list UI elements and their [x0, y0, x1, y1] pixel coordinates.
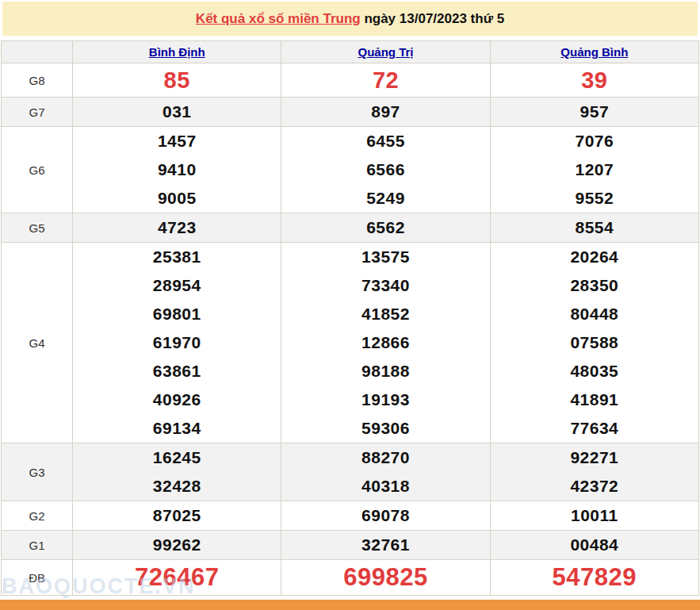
result-number: 6566: [281, 155, 489, 184]
result-cell: 85: [73, 63, 281, 98]
prize-label: G3: [2, 443, 73, 501]
result-number: 48035: [491, 357, 698, 386]
result-cell: 547829: [490, 560, 698, 596]
prize-label: G2: [2, 501, 73, 531]
result-number: 20264: [491, 243, 698, 271]
result-number: 897: [281, 98, 489, 126]
result-number: 69078: [281, 501, 489, 530]
result-number: 98188: [281, 357, 489, 386]
province-link-quang-binh[interactable]: Quảng Bình: [560, 45, 628, 59]
result-number: 12866: [281, 328, 489, 357]
result-number: 13575: [281, 243, 489, 271]
result-number: 4723: [73, 213, 281, 242]
page: { "title": { "link": "Kết quả xổ số miền…: [0, 0, 700, 610]
column-header-quang-tri: Quảng Trị: [281, 41, 490, 63]
result-number: 85: [73, 63, 281, 97]
prize-label: G1: [2, 531, 73, 560]
result-number: 41852: [281, 300, 489, 328]
province-link-binh-dinh[interactable]: Bình Định: [149, 45, 205, 59]
title-date-text: ngày 13/07/2023 thứ 5: [361, 11, 504, 26]
result-number: 9005: [73, 184, 281, 213]
result-number: 9552: [491, 184, 698, 213]
result-cell: 726467: [73, 560, 281, 596]
table-row: G8857239: [2, 63, 699, 98]
result-cell: 39: [490, 63, 698, 98]
result-cell: 13575733404185212866981881919359306: [281, 243, 490, 443]
result-cell: 8554: [490, 213, 698, 243]
prize-label: ĐB: [2, 560, 73, 596]
result-number: 5249: [281, 184, 489, 213]
result-cell: 707612079552: [490, 127, 698, 213]
province-link-quang-tri[interactable]: Quảng Trị: [358, 45, 414, 59]
bottom-orange-bar: [0, 600, 700, 610]
result-number: 28954: [73, 271, 281, 300]
table-row: G3162453242888270403189227142372: [2, 443, 699, 501]
table-row: G6145794109005645565665249707612079552: [2, 127, 699, 213]
results-table: Bình Định Quảng Trị Quảng Bình G8857239G…: [1, 40, 699, 596]
result-number: 73340: [281, 271, 489, 300]
result-number: 40926: [73, 386, 281, 414]
result-number: 1457: [73, 127, 281, 155]
result-cell: 25381289546980161970638614092669134: [73, 243, 281, 443]
result-cell: 6562: [281, 213, 490, 243]
column-header-binh-dinh: Bình Định: [73, 41, 281, 63]
results-tbody: G8857239G7031897957G61457941090056455656…: [2, 63, 699, 596]
result-cell: 957: [490, 98, 698, 127]
page-title: Kết quả xổ số miền Trung ngày 13/07/2023…: [196, 11, 504, 27]
prize-label: G7: [2, 98, 73, 127]
title-banner: Kết quả xổ số miền Trung ngày 13/07/2023…: [2, 2, 698, 36]
result-number: 59306: [281, 414, 489, 443]
title-link[interactable]: Kết quả xổ số miền Trung: [196, 11, 361, 26]
result-number: 19193: [281, 386, 489, 414]
result-number: 9410: [73, 155, 281, 184]
result-number: 957: [491, 98, 698, 126]
result-cell: 20264283508044807588480354189177634: [490, 243, 698, 443]
result-number: 32428: [73, 472, 281, 501]
column-header-quang-binh: Quảng Bình: [490, 41, 698, 63]
result-number: 7076: [491, 127, 698, 155]
result-number: 699825: [281, 560, 489, 595]
result-cell: 9227142372: [490, 443, 698, 501]
result-number: 1207: [491, 155, 698, 184]
result-cell: 031: [73, 98, 281, 127]
result-number: 547829: [491, 560, 698, 595]
table-header-row: Bình Định Quảng Trị Quảng Bình: [2, 41, 699, 63]
result-cell: 8827040318: [281, 443, 490, 501]
result-cell: 32761: [281, 531, 490, 560]
prize-label: G6: [2, 127, 73, 213]
result-number: 61970: [73, 328, 281, 357]
result-cell: 72: [281, 63, 490, 98]
table-row: G5472365628554: [2, 213, 699, 243]
result-number: 40318: [281, 472, 489, 501]
result-number: 80448: [491, 300, 698, 328]
result-number: 72: [281, 63, 489, 97]
prize-label: G4: [2, 243, 73, 443]
result-cell: 00484: [490, 531, 698, 560]
result-number: 6455: [281, 127, 489, 155]
result-number: 69134: [73, 414, 281, 443]
result-number: 00484: [491, 531, 698, 559]
result-cell: 99262: [73, 531, 281, 560]
table-row: G1992623276100484: [2, 531, 699, 560]
result-cell: 10011: [490, 501, 698, 531]
corner-cell: [2, 41, 73, 63]
result-cell: 69078: [281, 501, 490, 531]
result-number: 6562: [281, 213, 489, 242]
prize-label: G8: [2, 63, 73, 98]
result-number: 41891: [491, 386, 698, 414]
result-number: 88270: [281, 443, 489, 472]
result-number: 39: [491, 63, 698, 97]
result-number: 87025: [73, 501, 281, 530]
result-cell: 897: [281, 98, 490, 127]
prize-label: G5: [2, 213, 73, 243]
table-row: G2870256907810011: [2, 501, 699, 531]
result-cell: 145794109005: [73, 127, 281, 213]
result-cell: 87025: [73, 501, 281, 531]
table-row: G425381289546980161970638614092669134135…: [2, 243, 699, 443]
result-number: 8554: [491, 213, 698, 242]
result-number: 69801: [73, 300, 281, 328]
result-number: 07588: [491, 328, 698, 357]
result-cell: 1624532428: [73, 443, 281, 501]
result-number: 031: [73, 98, 281, 126]
result-number: 25381: [73, 243, 281, 271]
